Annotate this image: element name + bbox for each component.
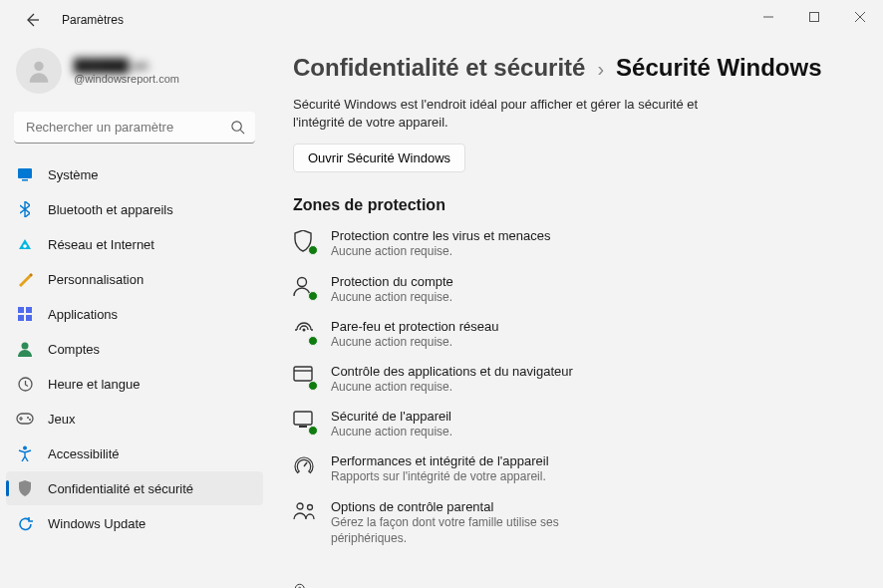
zone-text: Sécurité de l'appareilAucune action requ… (331, 409, 452, 440)
sidebar-item-jeux[interactable]: Jeux (6, 402, 263, 436)
breadcrumb-current: Sécurité Windows (616, 54, 821, 82)
confidentialite-icon (16, 479, 34, 497)
bluetooth-icon (16, 200, 34, 218)
virus-icon (293, 230, 315, 252)
sidebar-item-reseau[interactable]: Réseau et Internet (6, 227, 263, 261)
svg-rect-12 (18, 315, 24, 321)
profile-email: @windowsreport.com (74, 73, 179, 85)
svg-rect-11 (26, 307, 32, 313)
sidebar-item-applications[interactable]: Applications (6, 297, 263, 331)
status-ok-badge (308, 291, 318, 301)
perf-icon (293, 455, 315, 477)
get-help-link[interactable]: Obtenir de l'aide (293, 582, 853, 588)
zone-subtitle: Aucune action requise. (331, 379, 573, 395)
appbrowser-icon (293, 366, 315, 388)
status-ok-badge (308, 245, 318, 255)
app-title: Paramètres (62, 13, 124, 27)
svg-point-21 (303, 328, 306, 331)
jeux-icon (16, 410, 34, 428)
firewall-icon (293, 321, 315, 343)
section-title: Zones de protection (293, 196, 853, 214)
sidebar-item-personnalisation[interactable]: Personnalisation (6, 262, 263, 296)
comptes-icon (16, 340, 34, 358)
sidebar-item-label: Bluetooth et appareils (48, 202, 173, 217)
heure-icon (16, 375, 34, 393)
svg-rect-24 (294, 412, 312, 425)
sidebar-item-label: Personnalisation (48, 272, 144, 287)
sidebar-item-label: Accessibilité (48, 446, 120, 461)
reseau-icon (16, 235, 34, 253)
sidebar-item-confidentialite[interactable]: Confidentialité et sécurité (6, 471, 263, 505)
sidebar-item-label: Système (48, 167, 99, 182)
svg-rect-1 (810, 13, 819, 22)
maximize-icon (809, 12, 819, 22)
search-input[interactable] (14, 112, 255, 144)
svg-point-19 (23, 446, 27, 450)
sidebar-item-update[interactable]: Windows Update (6, 506, 263, 540)
chevron-right-icon: › (597, 58, 604, 81)
zone-title: Performances et intégrité de l'appareil (331, 453, 549, 468)
zone-subtitle: Aucune action requise. (331, 334, 498, 350)
zone-appbrowser[interactable]: Contrôle des applications et du navigate… (293, 364, 853, 395)
zone-text: Options de contrôle parentalGérez la faç… (331, 499, 630, 546)
sidebar-item-label: Comptes (48, 342, 100, 357)
zone-text: Pare-feu et protection réseauAucune acti… (331, 319, 498, 350)
sidebar-item-systeme[interactable]: Système (6, 157, 263, 191)
zone-perf[interactable]: Performances et intégrité de l'appareilR… (293, 453, 853, 484)
sidebar: ██████ un @windowsreport.com SystèmeBlue… (0, 40, 269, 588)
close-button[interactable] (837, 2, 883, 32)
search-icon (230, 120, 245, 138)
status-ok-badge (308, 381, 318, 391)
window-controls (745, 2, 883, 32)
open-security-button[interactable]: Ouvrir Sécurité Windows (293, 144, 465, 172)
zone-firewall[interactable]: Pare-feu et protection réseauAucune acti… (293, 319, 853, 350)
zone-device[interactable]: Sécurité de l'appareilAucune action requ… (293, 409, 853, 440)
svg-rect-25 (299, 426, 307, 428)
sidebar-item-heure[interactable]: Heure et langue (6, 367, 263, 401)
status-ok-badge (308, 426, 318, 436)
zone-account[interactable]: Protection du compteAucune action requis… (293, 274, 853, 305)
systeme-icon (16, 165, 34, 183)
avatar (16, 48, 62, 94)
back-button[interactable] (14, 2, 50, 38)
person-icon (25, 57, 53, 85)
breadcrumb: Confidentialité et sécurité › Sécurité W… (293, 54, 853, 82)
zone-subtitle: Aucune action requise. (331, 243, 550, 259)
sidebar-item-comptes[interactable]: Comptes (6, 332, 263, 366)
sidebar-item-bluetooth[interactable]: Bluetooth et appareils (6, 192, 263, 226)
svg-point-20 (298, 277, 307, 286)
page-description: Sécurité Windows est l'endroit idéal pou… (293, 96, 732, 132)
zone-text: Performances et intégrité de l'appareilR… (331, 453, 549, 484)
svg-point-18 (29, 419, 31, 421)
zone-family[interactable]: Options de contrôle parentalGérez la faç… (293, 499, 853, 546)
profile-block[interactable]: ██████ un @windowsreport.com (0, 46, 269, 108)
zone-text: Protection du compteAucune action requis… (331, 274, 453, 305)
search-container (14, 112, 255, 144)
zone-text: Protection contre les virus et menacesAu… (331, 228, 550, 259)
nav-list: SystèmeBluetooth et appareilsRéseau et I… (0, 157, 269, 540)
sidebar-item-label: Confidentialité et sécurité (48, 481, 193, 496)
breadcrumb-parent[interactable]: Confidentialité et sécurité (293, 54, 585, 82)
zone-title: Options de contrôle parental (331, 499, 630, 514)
svg-rect-8 (22, 179, 28, 181)
svg-point-9 (23, 244, 27, 248)
maximize-button[interactable] (791, 2, 837, 32)
svg-rect-10 (18, 307, 24, 313)
sidebar-item-accessibilite[interactable]: Accessibilité (6, 437, 263, 470)
personnalisation-icon (16, 270, 34, 288)
profile-text: ██████ un @windowsreport.com (74, 58, 179, 85)
minimize-button[interactable] (745, 2, 791, 32)
minimize-icon (763, 12, 773, 22)
svg-point-14 (22, 343, 29, 350)
sidebar-item-label: Applications (48, 307, 118, 322)
zone-virus[interactable]: Protection contre les virus et menacesAu… (293, 228, 853, 259)
protection-zones-list: Protection contre les virus et menacesAu… (293, 228, 853, 546)
sidebar-item-label: Windows Update (48, 516, 146, 531)
zone-title: Protection contre les virus et menaces (331, 228, 550, 243)
svg-line-6 (240, 130, 244, 134)
main-content: Confidentialité et sécurité › Sécurité W… (269, 40, 883, 588)
svg-point-17 (27, 417, 29, 419)
update-icon (16, 514, 34, 532)
zone-subtitle: Rapports sur l'intégrité de votre appare… (331, 468, 549, 484)
sidebar-item-label: Réseau et Internet (48, 237, 154, 252)
